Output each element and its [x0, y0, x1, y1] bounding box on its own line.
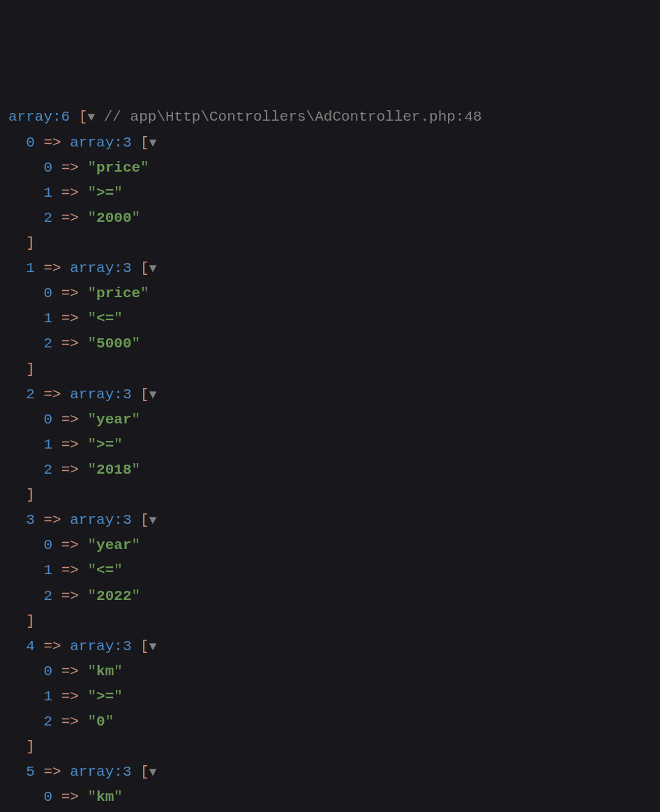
inner-index: 0	[43, 285, 52, 301]
bracket-open: [	[140, 386, 149, 403]
string-value: 2022	[96, 588, 131, 604]
arrow-op: =>	[43, 260, 61, 276]
string-quote: "	[132, 412, 141, 428]
inner-index: 0	[43, 412, 52, 428]
bracket-close: ]	[26, 739, 35, 755]
inner-index: 2	[43, 588, 52, 604]
string-quote: "	[140, 285, 149, 301]
array-index: 2	[26, 386, 35, 403]
string-quote: "	[87, 310, 96, 326]
string-value: price	[96, 160, 140, 176]
inner-index: 2	[43, 462, 52, 478]
arrow-op: =>	[61, 588, 79, 604]
arrow-op: =>	[61, 185, 79, 201]
caret-icon[interactable]: ▼	[87, 110, 95, 124]
arrow-op: =>	[61, 789, 79, 805]
inner-index: 1	[43, 185, 52, 201]
string-quote: "	[87, 789, 96, 805]
bracket-close: ]	[26, 487, 35, 503]
string-quote: "	[114, 437, 123, 453]
string-quote: "	[132, 537, 141, 553]
arrow-op: =>	[61, 210, 79, 226]
caret-icon[interactable]: ▼	[149, 640, 157, 654]
array-index: 5	[26, 764, 35, 780]
arrow-op: =>	[43, 512, 61, 528]
string-value: year	[96, 412, 131, 428]
string-quote: "	[140, 160, 149, 176]
string-value: >=	[96, 437, 114, 453]
string-value: 2018	[96, 462, 131, 478]
inner-array-label: array:3	[70, 512, 131, 528]
string-quote: "	[87, 210, 96, 226]
arrow-op: =>	[61, 537, 79, 553]
caret-icon[interactable]: ▼	[149, 513, 157, 527]
string-quote: "	[87, 285, 96, 301]
inner-index: 1	[43, 437, 52, 453]
string-quote: "	[132, 462, 141, 478]
inner-index: 2	[43, 210, 52, 226]
arrow-op: =>	[61, 285, 79, 301]
caret-icon[interactable]: ▼	[149, 262, 157, 276]
bracket-open: [	[140, 260, 149, 276]
bracket-close: ]	[26, 235, 35, 251]
string-quote: "	[87, 336, 96, 352]
string-quote: "	[87, 562, 96, 578]
arrow-op: =>	[61, 336, 79, 352]
arrow-op: =>	[43, 764, 61, 780]
string-value: year	[96, 537, 131, 553]
bracket-open: [	[140, 764, 149, 780]
inner-index: 1	[43, 689, 52, 705]
bracket-open: [	[79, 109, 88, 125]
string-quote: "	[114, 310, 123, 326]
caret-icon[interactable]: ▼	[149, 388, 157, 402]
arrow-op: =>	[43, 386, 61, 403]
arrow-op: =>	[61, 663, 79, 679]
inner-index: 0	[43, 537, 52, 553]
string-quote: "	[87, 714, 96, 730]
arrow-op: =>	[61, 462, 79, 478]
dump-output: array:6 [▼ // app\Http\Controllers\AdCon…	[8, 105, 652, 812]
arrow-op: =>	[61, 160, 79, 176]
string-quote: "	[87, 588, 96, 604]
string-quote: "	[132, 210, 141, 226]
inner-index: 2	[43, 336, 52, 352]
inner-index: 0	[43, 789, 52, 805]
array-index: 3	[26, 512, 35, 528]
arrow-op: =>	[61, 310, 79, 326]
inner-array-label: array:3	[70, 260, 131, 276]
string-quote: "	[87, 412, 96, 428]
string-quote: "	[114, 185, 123, 201]
caret-icon[interactable]: ▼	[149, 765, 157, 779]
string-quote: "	[114, 789, 123, 805]
arrow-op: =>	[61, 437, 79, 453]
arrow-op: =>	[61, 689, 79, 705]
string-quote: "	[87, 689, 96, 705]
inner-array-label: array:3	[70, 135, 131, 151]
string-quote: "	[114, 562, 123, 578]
inner-index: 0	[43, 160, 52, 176]
bracket-open: [	[140, 135, 149, 151]
inner-array-label: array:3	[70, 764, 131, 780]
string-value: km	[96, 789, 114, 805]
string-quote: "	[87, 462, 96, 478]
arrow-op: =>	[61, 562, 79, 578]
string-value: km	[96, 663, 114, 679]
string-quote: "	[114, 689, 123, 705]
file-comment: // app\Http\Controllers\AdController.php…	[104, 109, 482, 125]
caret-icon[interactable]: ▼	[149, 136, 157, 150]
bracket-close: ]	[26, 361, 35, 377]
string-value: 5000	[96, 336, 131, 352]
bracket-open: [	[140, 638, 149, 654]
string-value: <=	[96, 310, 114, 326]
string-value: price	[96, 285, 140, 301]
string-quote: "	[87, 537, 96, 553]
arrow-op: =>	[43, 135, 61, 151]
inner-index: 1	[43, 562, 52, 578]
array-index: 4	[26, 638, 35, 654]
array-index: 0	[26, 135, 35, 151]
string-quote: "	[114, 663, 123, 679]
array-index: 1	[26, 260, 35, 276]
inner-index: 2	[43, 714, 52, 730]
bracket-open: [	[140, 512, 149, 528]
array-label: array:6	[8, 109, 70, 125]
